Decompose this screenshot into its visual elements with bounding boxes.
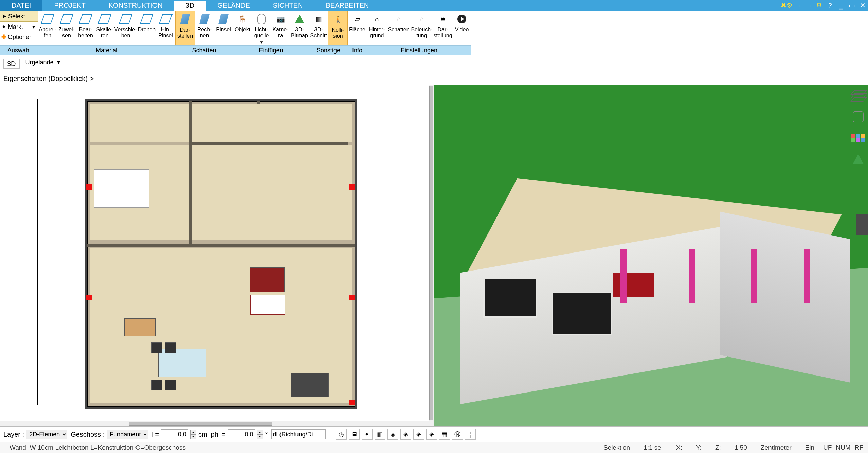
close-icon[interactable]: ✕: [857, 0, 868, 11]
tab-konstruktion[interactable]: KONSTRUKTION: [97, 0, 174, 11]
btn-hinpinsel[interactable]: Hin. Pinsel: [156, 11, 175, 45]
btn-kamera[interactable]: 📷Kame- ra: [271, 11, 290, 45]
house-shadow-icon: ⌂: [397, 15, 401, 23]
btn-objekt[interactable]: 🪑Objekt: [233, 11, 252, 45]
btn-skalieren[interactable]: Skalie- ren: [95, 11, 114, 45]
scrollbar-vertical[interactable]: [429, 85, 434, 421]
diamond4-icon[interactable]: ◈: [426, 429, 437, 440]
view-mode-indicator[interactable]: 3D: [3, 59, 20, 69]
options-tool[interactable]: ✚ Optionen: [0, 32, 38, 42]
dim-line: [391, 99, 391, 405]
maximize-icon[interactable]: ▭: [846, 0, 857, 11]
l-input[interactable]: [161, 429, 188, 439]
lbl-kollision: Kolli- sion: [332, 27, 344, 39]
handle[interactable]: [349, 400, 355, 405]
play-icon: [457, 15, 466, 23]
btn-abgreifen[interactable]: Abgrei- fen: [38, 11, 57, 45]
info-icon[interactable]: ¦: [465, 429, 476, 440]
btn-schatten2[interactable]: ⌂Schatten: [387, 11, 410, 45]
mark-tool[interactable]: ✦ Mark. ▼: [0, 22, 38, 32]
lbl-darstellen: Dar- stellen: [177, 27, 193, 39]
star-icon[interactable]: ✦: [362, 429, 373, 440]
btn-hintergrund[interactable]: ⌂Hinter- grund: [367, 11, 387, 45]
tab-3d[interactable]: 3D: [174, 0, 206, 11]
select-tool[interactable]: ➤ Selekt: [0, 11, 38, 22]
minimize-icon[interactable]: _: [835, 0, 846, 11]
pane-2d[interactable]: [0, 85, 434, 426]
lbl-objekt: Objekt: [235, 27, 250, 33]
btn-3dbitmap[interactable]: 3D- Bitmap: [290, 11, 309, 45]
chevron-down-icon: ▾: [57, 59, 60, 66]
terrain-dropdown[interactable]: Urgelände ▾: [23, 58, 67, 69]
vegetation-button[interactable]: [851, 152, 865, 166]
wall: [87, 244, 355, 247]
scroll-thumb[interactable]: [429, 86, 433, 420]
tab-gelaende[interactable]: GELÄNDE: [206, 0, 261, 11]
btn-video[interactable]: Video: [452, 11, 471, 45]
hint-text: Eigenschaften (Doppelklick)->: [3, 75, 94, 83]
tab-datei[interactable]: DATEI: [0, 0, 42, 11]
clock-icon[interactable]: ◷: [336, 429, 347, 440]
group-material-label: Material: [38, 45, 175, 55]
handle[interactable]: [86, 184, 92, 190]
diamond3-icon[interactable]: ◈: [413, 429, 424, 440]
l-label: l =: [151, 431, 159, 438]
tab-sichten[interactable]: SICHTEN: [261, 0, 314, 11]
btn-beleuchtung[interactable]: ⌂Beleuch- tung: [410, 11, 433, 45]
help-icon[interactable]: ?: [825, 0, 835, 11]
catalog-icon[interactable]: ▭: [803, 0, 814, 11]
tools-icon[interactable]: ✖⚙: [781, 0, 792, 11]
diamond2-icon[interactable]: ◈: [400, 429, 411, 440]
lbl-abgreifen: Abgrei- fen: [39, 27, 56, 39]
btn-verschieben[interactable]: Verschie- ben: [114, 11, 137, 45]
lbl-skalieren: Skalie- ren: [96, 27, 113, 39]
handle[interactable]: [349, 295, 355, 300]
hint-input[interactable]: [271, 429, 326, 439]
phi-stepper[interactable]: ▴▾: [257, 430, 263, 439]
tab-projekt[interactable]: PROJEKT: [42, 0, 97, 11]
floorplan-canvas[interactable]: [85, 99, 357, 409]
side-drawer-handle[interactable]: [856, 214, 868, 235]
btn-darstellung[interactable]: 🖥Dar- stellung: [433, 11, 452, 45]
lbl-verschieben: Verschie- ben: [114, 27, 137, 39]
north-icon[interactable]: Ⓝ: [452, 429, 463, 440]
furniture-button[interactable]: [851, 110, 865, 124]
lbl-video: Video: [455, 27, 469, 33]
layers-button[interactable]: [851, 89, 865, 103]
status-bar: Wand IW 10cm Leichtbeton L=Konstruktion …: [0, 442, 868, 453]
geschoss-select[interactable]: Fundament: [107, 430, 148, 439]
btn-drehen[interactable]: Drehen: [137, 11, 156, 45]
status-selektion: Selektion: [597, 444, 637, 451]
btn-3dschnitt[interactable]: ▥3D- Schnitt: [309, 11, 328, 45]
quick-tools: ◷ 🖥 ✦ ▥ ◈ ◈ ◈ ◈ ▦ Ⓝ ¦: [336, 429, 476, 440]
palette-button[interactable]: [851, 131, 865, 145]
btn-darstellen[interactable]: Dar- stellen: [175, 11, 195, 45]
pane-3d[interactable]: [434, 85, 868, 426]
layer-select[interactable]: 2D-Elemen: [26, 430, 67, 439]
diamond-icon[interactable]: ◈: [387, 429, 398, 440]
scrollbar-horizontal[interactable]: [0, 421, 434, 426]
handle[interactable]: [349, 184, 355, 190]
btn-lichtquelle[interactable]: Licht- quelle▼: [252, 11, 271, 45]
pillar: [804, 249, 810, 303]
btn-zuweisen[interactable]: Zuwei- sen: [57, 11, 76, 45]
btn-bearbeiten[interactable]: Bear- beiten: [76, 11, 95, 45]
toolbox-icon[interactable]: ▭: [792, 0, 803, 11]
phi-input[interactable]: [228, 429, 255, 439]
layer-label: Layer :: [3, 431, 24, 438]
handle[interactable]: [86, 295, 92, 300]
status-rf: RF: [853, 444, 865, 451]
settings-icon[interactable]: ⚙: [814, 0, 825, 11]
btn-flaeche[interactable]: ▱Fläche: [348, 11, 367, 45]
layers-tool-icon[interactable]: ▥: [375, 429, 385, 440]
scroll-thumb[interactable]: [129, 422, 272, 426]
btn-rechnen[interactable]: Rech- nen: [195, 11, 214, 45]
l-unit: cm: [198, 431, 207, 438]
house-light-icon: ⌂: [420, 15, 424, 23]
grid-icon[interactable]: ▦: [439, 429, 450, 440]
btn-pinsel[interactable]: Pinsel: [214, 11, 233, 45]
btn-kollision[interactable]: 🚶Kolli- sion: [328, 11, 348, 45]
l-stepper[interactable]: ▴▾: [190, 430, 196, 439]
monitor-icon[interactable]: 🖥: [349, 429, 360, 440]
tab-bearbeiten[interactable]: BEARBEITEN: [314, 0, 381, 11]
